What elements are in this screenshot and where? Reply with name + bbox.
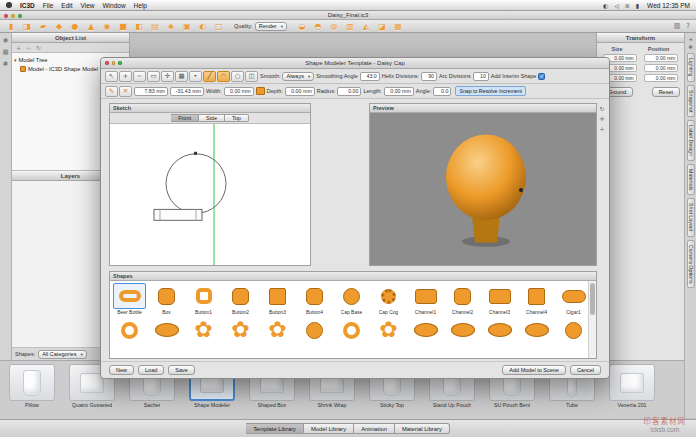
grid-toggle-icon[interactable]: ▦ [175,71,188,82]
shape-tile[interactable]: Button4 [297,283,332,315]
close-window-button[interactable] [4,14,8,18]
side-panel-tab[interactable]: Lighting [687,53,695,82]
side-panel-tab[interactable]: Shot Layout [687,198,695,236]
sketch-view-tab[interactable]: Top [225,114,249,122]
edit-profile-icon[interactable]: ✎ [105,86,118,97]
shape-tile[interactable] [408,317,443,343]
draw-arc-icon[interactable]: ◠ [217,71,230,82]
library-tab[interactable]: Model Library [304,423,354,434]
shape-tile[interactable]: Button3 [260,283,295,315]
wifi-status-icon[interactable]: ≋ [625,2,630,9]
shape-tile[interactable] [297,317,332,343]
expand-panel-icon[interactable]: ◂ [689,36,692,42]
shapes-category-select[interactable]: All Categories [38,350,87,359]
library-tab[interactable]: Animation [354,423,395,434]
menu-item[interactable]: Edit [61,2,72,9]
dialog-zoom-button[interactable] [118,61,122,65]
save-project-icon[interactable]: ▰ [36,21,50,32]
menu-item[interactable]: Help [134,2,147,9]
chevron-down-icon[interactable] [14,57,17,63]
shape-tile[interactable]: Cap Cog [371,283,406,315]
pan-tool-icon[interactable]: ✛ [161,71,174,82]
shape-tile[interactable] [149,317,184,343]
box-model-icon[interactable]: ◆ [52,21,66,32]
angle-field[interactable]: 0.0 [433,87,451,96]
zoom-out-icon[interactable]: − [133,71,146,82]
tray-model-icon[interactable]: ◈ [164,21,178,32]
new-button[interactable]: New [109,365,134,375]
side-panel-tab[interactable]: Materials [687,164,695,196]
shapes-scrollbar[interactable] [588,281,596,358]
cancel-button[interactable]: Cancel [570,365,601,375]
shape-tile[interactable]: Cap Base [334,283,369,315]
zoom-view-icon[interactable]: + [599,125,604,132]
menu-item[interactable]: File [43,2,53,9]
environment-tool-icon[interactable]: ◍ [327,21,341,32]
snap-to-increment-toggle[interactable]: Snap to Resolve Increment [455,86,526,96]
sketch-view-tab[interactable]: Side [199,114,225,122]
length-field[interactable]: 0.00 mm [384,87,414,96]
zoom-in-icon[interactable]: + [119,71,132,82]
reset-button[interactable]: Reset [652,87,680,97]
menu-item[interactable]: View [81,2,95,9]
zoom-window-button[interactable] [18,14,22,18]
arc-divisions-field[interactable]: 10 [473,72,489,81]
draw-point-icon[interactable]: • [189,71,202,82]
shape-tile[interactable] [186,317,221,343]
depth-field[interactable]: 0.00 mm [285,87,315,96]
blister-model-icon[interactable]: ▣ [180,21,194,32]
snapshot-tool-icon[interactable]: ▥ [343,21,357,32]
helix-divisions-field[interactable]: 90 [421,72,437,81]
sketch-view-tab[interactable]: Front [171,114,199,122]
shape-tile[interactable] [334,317,369,343]
display-status-icon[interactable]: ◐ [603,2,608,9]
load-button[interactable]: Load [138,365,164,375]
volume-status-icon[interactable]: ◁ [614,2,619,9]
shape-tile[interactable] [260,317,295,343]
shape-tile[interactable]: Box [149,283,184,315]
shrink-model-icon[interactable]: □ [212,21,226,32]
template-thumbnail[interactable]: Pillow [4,364,60,419]
side-panel-tab[interactable]: Camera Options [687,240,695,289]
refresh-tree-icon[interactable]: ↻ [36,44,41,51]
minimize-window-button[interactable] [11,14,15,18]
menubar-clock[interactable]: Wed 12:35 PM [647,2,690,9]
add-interim-shape-checkbox[interactable] [538,73,545,80]
shape-tile[interactable]: Beer Bottle [112,283,147,315]
shape-tile[interactable] [371,317,406,343]
library-tab[interactable]: Template Library [246,423,304,434]
template-thumbnail[interactable]: Venezia 201 [604,364,660,419]
shape-tile[interactable]: Button1 [186,283,221,315]
shape-tile[interactable]: Channel1 [408,283,443,315]
shape-tile[interactable]: Channel4 [519,283,554,315]
select-tool-icon[interactable]: ↖ [105,71,118,82]
can-model-icon[interactable]: ▲ [84,21,98,32]
shape-tile[interactable]: Channel2 [445,283,480,315]
app-menu[interactable]: IC3D [20,2,35,9]
battery-status-icon[interactable]: ▮ [636,2,639,9]
shape-tile[interactable] [482,317,517,343]
smoothing-angle-field[interactable]: 43.0 [360,72,380,81]
y-coordinate-field[interactable]: -31.43 mm [170,87,204,96]
shape-tile[interactable]: Button2 [223,283,258,315]
help-icon[interactable]: ? [684,22,692,30]
camera-tool-icon[interactable]: ◒ [295,21,309,32]
shape-tile[interactable] [445,317,480,343]
rotate-view-icon[interactable]: ↻ [599,105,604,112]
library-tab[interactable]: Material Library [395,423,450,434]
pan-view-icon[interactable]: ✛ [599,115,604,122]
measure-tool-icon[interactable]: ◭ [359,21,373,32]
bag-model-icon[interactable]: ■ [116,21,130,32]
shape-tile[interactable]: Channel3 [482,283,517,315]
shape-tile[interactable] [519,317,554,343]
add-model-to-scene-button[interactable]: Add Model to Scene [502,365,566,375]
bottle-model-icon[interactable]: ● [68,21,82,32]
shape-tile[interactable] [223,317,258,343]
position-value-field[interactable]: 0.00 mm [644,64,678,72]
shape-tile[interactable]: Cigar1 [556,283,586,315]
mirror-icon[interactable]: ◫ [245,71,258,82]
scrollbar-thumb[interactable] [590,283,595,315]
zoom-fit-icon[interactable]: ▭ [147,71,160,82]
draw-circle-icon[interactable]: ○ [231,71,244,82]
panel-toggle-icon[interactable]: ▥ [672,22,683,30]
